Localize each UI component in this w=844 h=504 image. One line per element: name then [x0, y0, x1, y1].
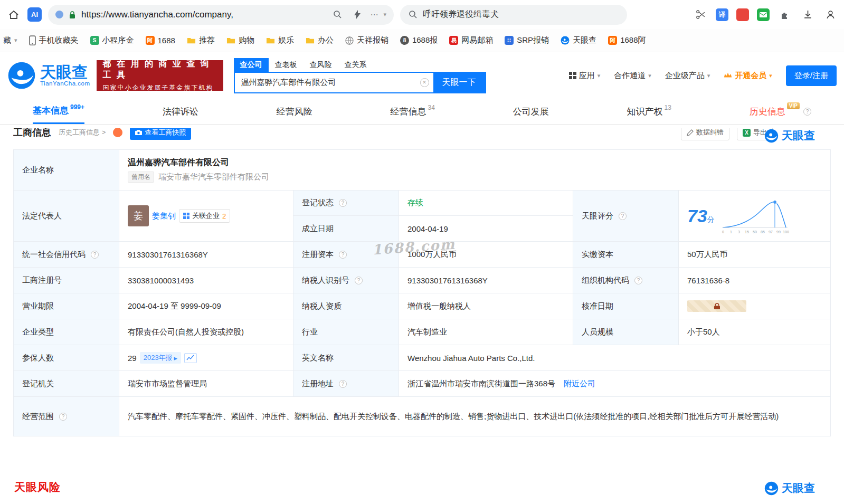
bookmark-overflow[interactable]: 藏 ▾: [3, 35, 17, 45]
more-icon[interactable]: ⋯: [370, 11, 378, 18]
globe-icon: [345, 36, 354, 45]
tab-search-company[interactable]: 查公司: [234, 58, 269, 72]
brand-text: 天眼查: [782, 481, 815, 496]
bookmark-folder[interactable]: 办公: [306, 35, 334, 45]
tab-business-info[interactable]: 经营信息 34: [391, 99, 435, 124]
1688-icon: 阿: [608, 36, 617, 45]
trend-chart-icon[interactable]: [184, 353, 197, 363]
button-label: 查看工商快照: [145, 128, 186, 137]
bookmark-folder[interactable]: 推荐: [187, 35, 215, 45]
site-search-input[interactable]: [235, 78, 420, 87]
menu-partner-channel[interactable]: 合作通道 ▾: [614, 71, 651, 81]
zoom-icon[interactable]: [330, 7, 345, 22]
home-icon[interactable]: [6, 7, 21, 22]
industry-value: 汽车制造业: [399, 319, 573, 345]
banner-line2: 国家中小企业发展子基金旗下机构: [103, 83, 217, 92]
download-icon[interactable]: [800, 7, 815, 22]
table-row: 登记机关 瑞安市市场监督管理局 注册地址? 浙江省温州市瑞安市南滨街道围一路36…: [14, 371, 830, 397]
ai-assistant-icon[interactable]: AI: [27, 7, 42, 22]
bookmark-item[interactable]: 天祥报销: [345, 35, 388, 45]
mail-icon[interactable]: [757, 8, 770, 21]
bookmark-item[interactable]: 阿 1688阿: [608, 35, 646, 45]
help-icon[interactable]: ?: [91, 251, 99, 259]
browser-search-box[interactable]: 呼吁领养退役缉毒犬: [400, 5, 627, 25]
promo-icon[interactable]: [113, 128, 122, 137]
folder-icon: [306, 37, 315, 44]
data-correction-button[interactable]: 数据纠错: [681, 128, 729, 140]
tab-company-development[interactable]: 公司发展: [513, 99, 549, 124]
tab-legal-litigation[interactable]: 法律诉讼: [163, 99, 198, 124]
help-icon[interactable]: ?: [634, 277, 642, 284]
industry-label: 行业: [293, 319, 399, 345]
help-icon[interactable]: ?: [619, 212, 627, 220]
extensions-puzzle-icon[interactable]: [777, 7, 792, 22]
help-icon[interactable]: ?: [803, 108, 811, 116]
legal-rep-link[interactable]: 姜集钊: [152, 211, 176, 221]
scissors-icon[interactable]: [693, 7, 708, 22]
locked-value[interactable]: [687, 300, 746, 312]
extension-red-icon[interactable]: [736, 8, 749, 21]
menu-vip-upgrade[interactable]: 开通会员 ▾: [724, 71, 772, 81]
lock-icon: [69, 11, 76, 19]
translate-icon[interactable]: 译: [716, 8, 728, 21]
english-name-value: Wenzhou Jiahua Auto Parts Co.,Ltd.: [399, 345, 830, 370]
bookmark-item[interactable]: 8 1688报: [400, 35, 438, 45]
menu-label: 合作通道: [614, 71, 646, 81]
menu-enterprise-products[interactable]: 企业级产品 ▾: [665, 71, 710, 81]
1688-icon: 阿: [146, 36, 155, 45]
tab-label: 经营信息: [391, 106, 426, 118]
promo-banner[interactable]: 都 在 用 的 商 业 查 询 工 具 国家中小企业发展子基金旗下机构: [97, 60, 223, 91]
bookmark-item[interactable]: 天眼查: [561, 35, 596, 45]
tab-operation-risk[interactable]: 经营风险: [277, 99, 312, 124]
business-scope-label: 经营范围?: [14, 397, 119, 436]
paid-capital-label: 实缴资本: [573, 242, 679, 267]
history-registry-link[interactable]: 历史工商信息 >: [59, 128, 106, 137]
tab-history-info[interactable]: 历史信息 VIP ?: [750, 99, 811, 124]
search-submit-button[interactable]: 天眼一下: [433, 73, 485, 92]
avatar[interactable]: 姜: [128, 205, 149, 226]
bookmark-label: 天祥报销: [357, 35, 388, 45]
tab-basic-info[interactable]: 基本信息 999+: [33, 99, 84, 124]
table-row: 经营范围? 汽车零配件、摩托车零配件、紧固件、冲压件、塑料制品、配电开关控制设备…: [14, 397, 830, 436]
tianyancha-logo[interactable]: 天眼查 TianYanCha.com: [7, 61, 90, 90]
help-icon[interactable]: ?: [339, 380, 347, 388]
url-bar[interactable]: https://www.tianyancha.com/company, ⋯ ▾: [48, 5, 394, 25]
help-icon[interactable]: ?: [355, 277, 363, 284]
login-register-button[interactable]: 登录/注册: [786, 65, 837, 86]
bookmark-label: 1688阿: [620, 35, 646, 45]
related-companies-tag[interactable]: 关联企业 2: [179, 209, 230, 223]
help-icon[interactable]: ?: [339, 199, 347, 207]
company-type-value: 有限责任公司(自然人投资或控股): [119, 319, 293, 345]
bookmark-item[interactable]: 易 网易邮箱: [449, 35, 493, 45]
annual-report-badge[interactable]: 2023年报 ▸: [140, 352, 181, 364]
lightning-icon[interactable]: [350, 7, 365, 22]
business-term-value: 2004-04-19 至 9999-09-09: [119, 293, 293, 319]
help-icon[interactable]: ?: [59, 413, 67, 421]
snapshot-button[interactable]: 查看工商快照: [130, 128, 191, 140]
bookmark-item[interactable]: S 小程序金: [90, 35, 134, 45]
bookmark-folder[interactable]: 购物: [226, 35, 254, 45]
tyc-score-cell[interactable]: 73分 0 1 3 15 50 85 97 99 100: [679, 191, 830, 241]
tab-search-risk[interactable]: 查风险: [304, 58, 338, 72]
bookmark-item[interactable]: 阿 1688: [146, 36, 175, 45]
menu-apps[interactable]: 应用 ▾: [569, 71, 601, 81]
nearby-companies-link[interactable]: 附近公司: [564, 379, 595, 389]
tab-search-boss[interactable]: 查老板: [269, 58, 304, 72]
table-row: 工商注册号 330381000031493 纳税人识别号? 9133030176…: [14, 268, 830, 293]
bookmark-item[interactable]: ∷ SRP报销: [505, 35, 549, 45]
clear-icon[interactable]: ×: [420, 78, 429, 87]
former-name: 瑞安市嘉华汽车零部件有限公司: [158, 172, 269, 182]
netease-mail-icon: 易: [449, 36, 458, 45]
profile-icon[interactable]: [823, 7, 838, 22]
tab-intellectual-property[interactable]: 知识产权 13: [627, 99, 671, 124]
help-icon[interactable]: ?: [339, 251, 347, 259]
tyc-score-label: 天眼评分?: [573, 191, 679, 241]
chevron-down-icon[interactable]: ▾: [383, 12, 386, 17]
site-info-icon[interactable]: [55, 11, 63, 18]
tab-search-relation[interactable]: 查关系: [338, 58, 373, 72]
browser-search-query: 呼吁领养退役缉毒犬: [423, 9, 499, 20]
bookmark-folder[interactable]: 娱乐: [266, 35, 294, 45]
bookmark-item[interactable]: 手机收藏夹: [29, 35, 79, 46]
chevron-down-icon: ▾: [707, 73, 710, 79]
bookmark-label: 藏: [3, 35, 11, 45]
